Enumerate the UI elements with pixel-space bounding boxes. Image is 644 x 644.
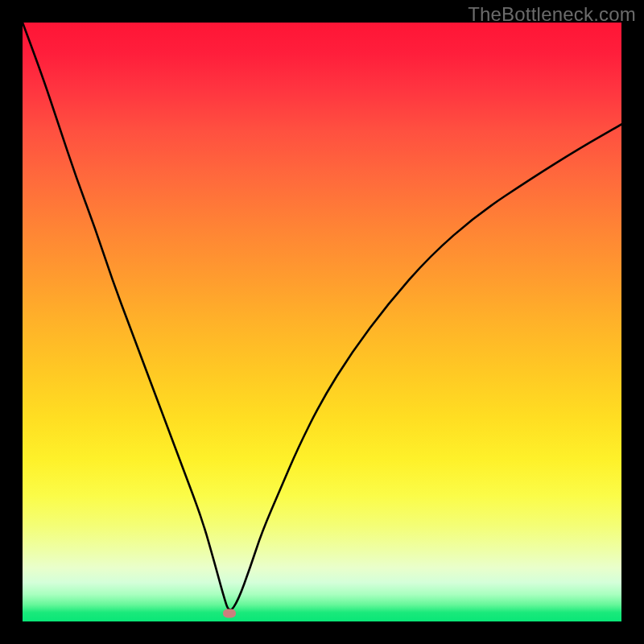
chart-frame: TheBottleneck.com: [0, 0, 644, 644]
bottleneck-curve: [23, 23, 621, 609]
curve-layer: [23, 23, 621, 621]
optimum-marker: [223, 609, 236, 618]
watermark-text: TheBottleneck.com: [468, 3, 636, 26]
plot-area: [23, 23, 621, 621]
